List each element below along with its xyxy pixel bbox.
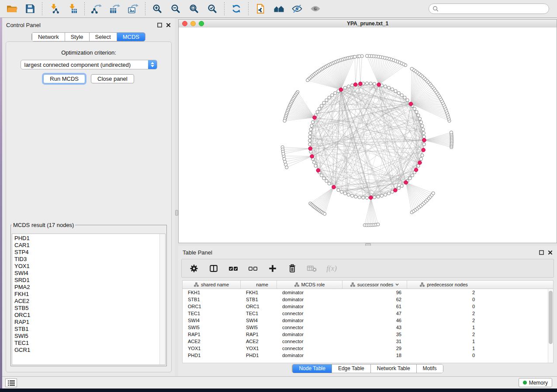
export-image-button[interactable]	[125, 1, 142, 17]
table-row[interactable]: SWI5 SWI5 connector 43 1	[183, 324, 553, 331]
function-builder-button[interactable]: f(x)	[325, 262, 338, 275]
network-graph[interactable]	[179, 28, 557, 243]
mcds-result-item[interactable]: TEC1	[14, 340, 165, 347]
cell-name[interactable]: PHD1	[241, 352, 277, 359]
mcds-result-item[interactable]: GCR1	[14, 347, 165, 354]
cell-successor-nodes[interactable]: 31	[343, 338, 407, 345]
cell-shared-name[interactable]: ACE2	[183, 338, 241, 345]
mcds-result-list[interactable]: PHD1CAR1STP4TID3YOX1SWI4SRD1PMA2FKH1ACE2…	[12, 234, 166, 365]
cell-mcds-role[interactable]: dominator	[277, 331, 343, 338]
table-tab[interactable]: Node Table	[292, 364, 332, 373]
mcds-result-item[interactable]: STB5	[14, 305, 165, 312]
cell-successor-nodes[interactable]: 46	[343, 317, 407, 324]
mcds-result-item[interactable]: STB1	[14, 326, 165, 333]
open-session-button[interactable]	[3, 1, 20, 17]
cell-name[interactable]: SWI4	[241, 317, 277, 324]
cell-shared-name[interactable]: TEC1	[183, 310, 241, 317]
table-row[interactable]: STB1 STB1 dominator 62 0	[183, 296, 553, 303]
cell-predecessor-nodes[interactable]: 0	[407, 296, 481, 303]
memory-button[interactable]: Memory	[519, 378, 552, 387]
table-scrollbar[interactable]	[548, 289, 553, 363]
save-session-button[interactable]	[22, 1, 38, 17]
table-settings-button[interactable]	[188, 262, 200, 275]
cell-predecessor-nodes[interactable]: 2	[407, 317, 481, 324]
cell-successor-nodes[interactable]: 47	[343, 310, 407, 317]
float-panel-icon[interactable]	[539, 250, 544, 255]
cell-shared-name[interactable]: ORC1	[183, 303, 241, 310]
select-all-columns-button[interactable]	[227, 262, 239, 275]
cell-name[interactable]: ORC1	[241, 303, 277, 310]
cell-mcds-role[interactable]: dominator	[277, 352, 343, 359]
zoom-selected-button[interactable]	[204, 1, 221, 17]
mcds-result-item[interactable]: SWI5	[14, 333, 165, 340]
minimize-window-icon[interactable]	[190, 21, 196, 26]
cell-name[interactable]: RAP1	[241, 331, 277, 338]
refresh-button[interactable]	[228, 1, 245, 17]
zoom-in-button[interactable]	[149, 1, 166, 17]
cell-mcds-role[interactable]: connector	[277, 345, 343, 352]
cell-mcds-role[interactable]: connector	[277, 324, 343, 331]
table-row[interactable]: TEC1 TEC1 connector 47 2	[183, 310, 553, 317]
table-row[interactable]: YOX1 YOX1 connector 29 1	[183, 345, 553, 352]
mcds-result-item[interactable]: FKH1	[14, 291, 165, 298]
cell-shared-name[interactable]: SWI4	[183, 317, 241, 324]
column-header[interactable]: successor nodes	[343, 281, 407, 289]
table-row[interactable]: RAP1 RAP1 dominator 35 2	[183, 331, 553, 338]
task-history-button[interactable]	[5, 378, 17, 387]
table-tab[interactable]: Motifs	[416, 364, 443, 373]
cell-name[interactable]: STB1	[241, 296, 277, 303]
mcds-result-item[interactable]: PHD1	[14, 235, 165, 242]
optimization-criterion-dropdown[interactable]: largest connected component (undirected)	[21, 60, 157, 69]
cell-name[interactable]: ACE2	[241, 338, 277, 345]
import-table-button[interactable]	[64, 1, 81, 17]
mcds-result-item[interactable]: ACE2	[14, 298, 165, 305]
list-scrollbar[interactable]	[159, 234, 165, 364]
cell-predecessor-nodes[interactable]: 0	[407, 303, 481, 310]
cell-name[interactable]: SWI5	[241, 324, 277, 331]
table-row[interactable]: SWI4 SWI4 dominator 46 2	[183, 317, 553, 324]
table-row[interactable]: ORC1 ORC1 dominator 61 0	[183, 303, 553, 310]
cell-mcds-role[interactable]: connector	[277, 310, 343, 317]
table-row[interactable]: PHD1 PHD1 dominator 18 0	[183, 352, 553, 359]
cell-name[interactable]: FKH1	[241, 289, 277, 296]
delete-table-button[interactable]	[306, 262, 318, 275]
cell-shared-name[interactable]: SWI5	[183, 324, 241, 331]
column-header[interactable]: name	[241, 281, 277, 289]
vertical-splitter[interactable]	[175, 18, 178, 376]
close-panel-icon[interactable]	[547, 250, 553, 255]
run-mcds-button[interactable]: Run MCDS	[43, 74, 85, 83]
network-canvas[interactable]	[179, 28, 557, 243]
search-input[interactable]	[439, 5, 545, 12]
cell-predecessor-nodes[interactable]: 1	[407, 345, 481, 352]
export-network-button[interactable]	[88, 1, 105, 17]
cell-successor-nodes[interactable]: 18	[343, 352, 407, 359]
cell-name[interactable]: YOX1	[241, 345, 277, 352]
cell-predecessor-nodes[interactable]: 2	[407, 310, 481, 317]
show-panel-button[interactable]	[307, 1, 324, 17]
cell-predecessor-nodes[interactable]: 2	[407, 331, 481, 338]
control-panel-tab[interactable]: Select	[89, 33, 117, 41]
import-network-button[interactable]	[46, 1, 62, 17]
hide-panel-button[interactable]	[289, 1, 305, 17]
cell-successor-nodes[interactable]: 62	[343, 296, 407, 303]
network-window-titlebar[interactable]: YPA_prune.txt_1	[179, 20, 557, 28]
control-panel-tab[interactable]: Style	[65, 33, 89, 41]
cell-successor-nodes[interactable]: 29	[343, 345, 407, 352]
mcds-result-item[interactable]: ORC1	[14, 312, 165, 319]
splitter-handle[interactable]	[175, 210, 178, 216]
column-header[interactable]: MCDS role	[277, 281, 343, 289]
zoom-fit-button[interactable]	[186, 1, 202, 17]
cell-predecessor-nodes[interactable]: 0	[407, 352, 481, 359]
cell-predecessor-nodes[interactable]: 1	[407, 338, 481, 345]
cell-successor-nodes[interactable]: 43	[343, 324, 407, 331]
show-column-panel-button[interactable]	[208, 262, 220, 275]
cell-mcds-role[interactable]: dominator	[277, 303, 343, 310]
delete-column-button[interactable]	[286, 262, 298, 275]
export-table-button[interactable]	[107, 1, 123, 17]
cell-shared-name[interactable]: STB1	[183, 296, 241, 303]
close-panel-button[interactable]: Close panel	[91, 74, 134, 83]
cell-shared-name[interactable]: RAP1	[183, 331, 241, 338]
table-row[interactable]: ACE2 ACE2 connector 31 1	[183, 338, 553, 345]
cell-predecessor-nodes[interactable]: 2	[407, 289, 481, 296]
scrollbar-thumb[interactable]	[549, 291, 553, 344]
